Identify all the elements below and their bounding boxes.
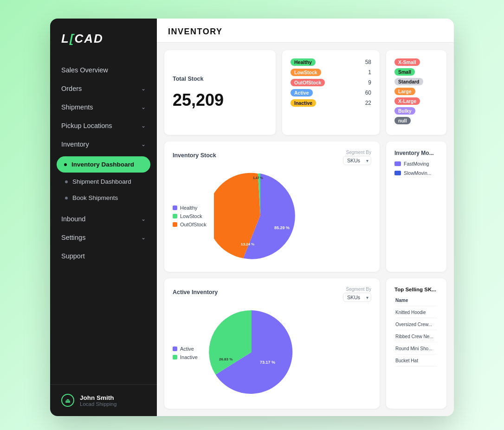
chevron-down-icon: ⌄ [141, 104, 146, 110]
chart-header-active: Active Inventory Segment By SKUs [173, 287, 371, 302]
page-header: INVENTORY [157, 19, 454, 43]
legend-active: Active [173, 346, 198, 352]
segment-select-active[interactable]: SKUs [343, 293, 371, 302]
svg-text:26.83 %: 26.83 % [219, 357, 233, 361]
size-badge: Large [394, 88, 415, 95]
chevron-down-icon: ⌄ [141, 234, 146, 241]
total-stock-card: Total Stock 25,209 [164, 50, 276, 135]
inventory-movement-title: Inventory Mo... [394, 150, 438, 156]
logo-area: L[CAD [50, 19, 157, 57]
status-count: 58 [365, 59, 371, 65]
size-tags-card: X-SmallSmallStandardLargeX-LargeBulkynul… [386, 50, 446, 135]
size-tag-item: X-Large [394, 97, 438, 105]
chart-legend: Healthy LowStock OutOfStock [173, 205, 207, 227]
legend-healthy: Healthy [173, 205, 207, 211]
chart-header: Inventory Stock Segment By SKUs [173, 150, 371, 165]
chevron-down-icon: ⌄ [141, 141, 146, 148]
chart-area: Healthy LowStock OutOfStock [173, 169, 371, 263]
size-badge: Small [394, 68, 415, 76]
legend-dot-healthy [173, 205, 177, 210]
sku-name: Knitted Hoodie [395, 307, 437, 318]
legend-dot-active [173, 347, 177, 351]
inventory-stock-card: Inventory Stock Segment By SKUs [164, 141, 380, 272]
movement-item-slow: SlowMovin... [394, 170, 438, 176]
sidebar-item-book-shipments[interactable]: Book Shipments [50, 190, 157, 206]
size-badge: X-Small [394, 58, 420, 66]
dot-icon [65, 197, 68, 199]
sidebar-item-inventory[interactable]: Inventory ⌄ [50, 135, 157, 154]
total-stock-title: Total Stock [173, 76, 267, 82]
chevron-down-icon: ⌄ [141, 85, 146, 92]
segment-select-wrapper[interactable]: SKUs [343, 156, 371, 165]
sku-col-name: Name [395, 298, 437, 306]
segment-label: Segment By [346, 150, 371, 155]
main-content: INVENTORY Total Stock 25,209 Healthy58Lo… [157, 19, 454, 416]
active-inventory-card: Active Inventory Segment By SKUs [164, 278, 380, 409]
sidebar-item-shipment-dashboard[interactable]: Shipment Dashboard [50, 173, 157, 190]
status-count: 22 [365, 100, 371, 106]
user-company: Locad Shipping [80, 401, 116, 407]
status-row: OutOfStock9 [291, 79, 371, 86]
chevron-down-icon: ⌄ [141, 216, 146, 222]
movement-item-fast: FastMoving [394, 161, 438, 167]
inventory-stock-pie: 85.29 % 13.24 % 1.47 % [214, 169, 307, 263]
sku-name: Oversized Crew... [395, 319, 437, 330]
sku-row: Knitted Hoodie [395, 307, 437, 318]
size-badge: Bulky [394, 107, 415, 115]
movement-legend: FastMoving SlowMovin... [394, 161, 438, 176]
size-badge: Standard [394, 78, 423, 85]
status-row: LowStock1 [291, 69, 371, 76]
sidebar-nav: Sales Overview Orders ⌄ Shipments ⌄ Pick… [50, 57, 157, 384]
top-selling-title: Top Selling SK... [394, 287, 438, 292]
status-count: 1 [368, 69, 371, 76]
sidebar-item-shipments[interactable]: Shipments ⌄ [50, 98, 157, 116]
logo: L[CAD [61, 32, 146, 46]
top-selling-card: Top Selling SK... Name Knitted HoodieOve… [386, 278, 446, 409]
status-count: 60 [365, 90, 371, 96]
sidebar: L[CAD Sales Overview Orders ⌄ Shipments … [50, 19, 157, 416]
sku-row: Ribbed Crew Ne... [395, 331, 437, 342]
sku-table: Name Knitted HoodieOversized Crew...Ribb… [394, 297, 438, 367]
status-badge: Healthy [291, 58, 316, 66]
legend-outofstock: OutOfStock [173, 222, 207, 227]
size-tag-item: null [394, 117, 438, 124]
size-badge: X-Large [394, 97, 420, 105]
sidebar-item-settings[interactable]: Settings ⌄ [50, 228, 157, 247]
status-badge: OutOfStock [291, 79, 325, 86]
sidebar-item-inventory-dashboard[interactable]: Inventory Dashboard [57, 156, 150, 173]
user-info: John Smith Locad Shipping [80, 394, 116, 407]
row-inventory-stock: Inventory Stock Segment By SKUs [164, 141, 446, 272]
svg-text:73.17 %: 73.17 % [260, 360, 275, 365]
page-title: INVENTORY [168, 27, 443, 37]
status-row: Healthy58 [291, 58, 371, 66]
inventory-stock-title: Inventory Stock [173, 152, 216, 159]
content-grid: Total Stock 25,209 Healthy58LowStock1Out… [157, 43, 454, 416]
legend-lowstock: LowStock [173, 213, 207, 219]
user-profile: ⏏ John Smith Locad Shipping [50, 384, 157, 416]
total-stock-value: 25,209 [173, 90, 267, 110]
active-inventory-pie: 73.17 % 26.83 % [205, 306, 298, 400]
movement-bar-fast [394, 161, 401, 166]
movement-bar-slow [394, 171, 401, 175]
power-button[interactable]: ⏏ [61, 394, 74, 407]
active-dot [64, 163, 67, 166]
row-stock: Total Stock 25,209 Healthy58LowStock1Out… [164, 50, 446, 135]
active-chart-area: Active Inactive [173, 306, 371, 400]
segment-select-wrapper-active[interactable]: SKUs [343, 293, 371, 302]
sidebar-item-support[interactable]: Support [50, 247, 157, 265]
sku-row: Oversized Crew... [395, 319, 437, 330]
segment-select[interactable]: SKUs [343, 156, 371, 165]
status-row: Active60 [291, 89, 371, 96]
sku-row: Bucket Hat [395, 355, 437, 366]
size-tag-item: Bulky [394, 107, 438, 115]
legend-dot-outofstock [173, 222, 177, 227]
size-tag-item: X-Small [394, 58, 438, 66]
sidebar-item-pickup-locations[interactable]: Pickup Locations ⌄ [50, 116, 157, 135]
sidebar-item-orders[interactable]: Orders ⌄ [50, 79, 157, 98]
user-name: John Smith [80, 394, 116, 401]
sidebar-item-inbound[interactable]: Inbound ⌄ [50, 210, 157, 228]
chevron-down-icon: ⌄ [141, 122, 146, 129]
legend-inactive: Inactive [173, 354, 198, 360]
legend-dot-inactive [173, 355, 177, 359]
sidebar-item-sales-overview[interactable]: Sales Overview [50, 61, 157, 79]
